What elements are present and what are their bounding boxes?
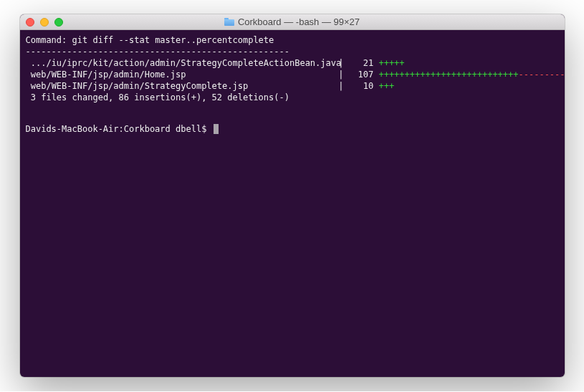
file-path: .../iu/iprc/kit/action/admin/StrategyCom…	[31, 57, 332, 69]
change-count: 21	[350, 57, 373, 69]
diff-row: web/WEB-INF/jsp/admin/StrategyComplete.j…	[26, 80, 559, 92]
command-label: Command:	[26, 35, 67, 45]
maximize-button[interactable]	[54, 18, 63, 27]
window-title: Corkboard — -bash — 99×27	[20, 16, 565, 27]
insertions: +++++	[378, 58, 404, 68]
prompt-text: Davids-MacBook-Air:Corkboard dbell$	[26, 124, 207, 134]
insertions: +++++++++++++++++++++++++++	[378, 70, 518, 80]
command-text: git diff --stat master..percentcomplete	[72, 35, 274, 45]
file-path: web/WEB-INF/jsp/admin/Home.jsp	[31, 69, 332, 80]
traffic-lights	[26, 18, 63, 27]
terminal-window: Corkboard — -bash — 99×27 Command: git d…	[20, 14, 565, 377]
command-line: Command: git diff --stat master..percent…	[26, 34, 559, 46]
minimize-button[interactable]	[40, 18, 49, 27]
change-count: 107	[350, 69, 373, 80]
summary-text: 3 files changed, 86 insertions(+), 52 de…	[31, 92, 289, 102]
insertions: +++	[378, 81, 394, 91]
window-title-text: Corkboard — -bash — 99×27	[238, 16, 360, 27]
cursor	[214, 124, 219, 134]
diff-row: web/WEB-INF/jsp/admin/Home.jsp | 107 +++…	[26, 69, 559, 80]
folder-icon	[224, 18, 234, 26]
prompt-line: Davids-MacBook-Air:Corkboard dbell$	[26, 123, 559, 135]
titlebar: Corkboard — -bash — 99×27	[20, 14, 565, 30]
rule-line: ----------------------------------------…	[26, 46, 559, 57]
terminal-body[interactable]: Command: git diff --stat master..percent…	[20, 30, 565, 377]
deletions: -------------	[519, 70, 565, 80]
change-count: 10	[350, 80, 373, 92]
bar-sep: |	[337, 80, 345, 92]
diff-row: .../iu/iprc/kit/action/admin/StrategyCom…	[26, 57, 559, 69]
bar-sep: |	[337, 57, 345, 69]
bar-sep: |	[337, 69, 345, 80]
file-path: web/WEB-INF/jsp/admin/StrategyComplete.j…	[31, 80, 332, 92]
close-button[interactable]	[26, 18, 34, 27]
diff-summary: 3 files changed, 86 insertions(+), 52 de…	[26, 92, 559, 103]
